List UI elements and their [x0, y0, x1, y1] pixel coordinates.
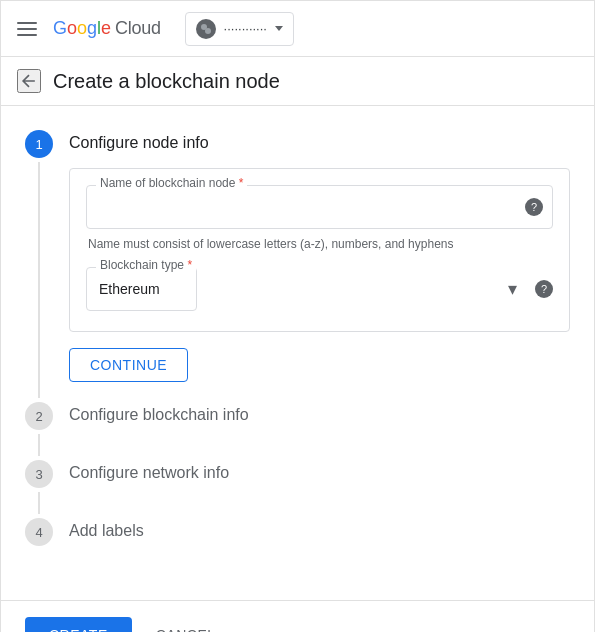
blockchain-type-help-icon[interactable]: ? [535, 280, 553, 298]
required-star: * [239, 176, 244, 190]
step-4-content: Add labels [69, 518, 570, 576]
node-name-help-icon[interactable]: ? [525, 198, 543, 216]
step-1-line [38, 162, 40, 398]
step-2-content: Configure blockchain info [69, 402, 570, 460]
step-1-number: 1 [25, 130, 53, 158]
node-name-input[interactable] [86, 185, 553, 229]
blockchain-type-wrapper: Ethereum ▾ ? [86, 267, 553, 311]
node-name-group: Name of blockchain node * ? [86, 185, 553, 229]
step-2-left: 2 [25, 402, 53, 460]
google-cloud-logo: Google Cloud [53, 18, 161, 39]
svg-point-1 [205, 28, 211, 34]
top-navigation: Google Cloud ············ [1, 1, 594, 57]
step-3-number: 3 [25, 460, 53, 488]
cancel-button[interactable]: CANCEL [148, 617, 224, 632]
cloud-text: Cloud [115, 18, 161, 39]
hamburger-menu-icon[interactable] [17, 22, 37, 36]
blockchain-type-group: Blockchain type * Ethereum ▾ ? [86, 267, 553, 311]
step-1-form: Name of blockchain node * ? Name must co… [69, 168, 570, 332]
project-selector[interactable]: ············ [185, 12, 294, 46]
page-title: Create a blockchain node [53, 70, 280, 93]
step-2-number: 2 [25, 402, 53, 430]
step-3-title: Configure network info [69, 460, 570, 482]
step-3-left: 3 [25, 460, 53, 518]
node-name-hint: Name must consist of lowercase letters (… [86, 237, 553, 251]
step-3-line [38, 492, 40, 514]
bottom-actions: CREATE CANCEL [1, 600, 594, 632]
chevron-down-icon [275, 26, 283, 31]
step-3: 3 Configure network info [25, 460, 570, 518]
continue-button[interactable]: CONTINUE [69, 348, 188, 382]
back-button[interactable] [17, 69, 41, 93]
project-avatar [196, 19, 216, 39]
step-2: 2 Configure blockchain info [25, 402, 570, 460]
step-1-left: 1 [25, 130, 53, 402]
step-4-left: 4 [25, 518, 53, 576]
step-4: 4 Add labels [25, 518, 570, 576]
step-1-title: Configure node info [69, 130, 570, 152]
blockchain-type-select-container: Ethereum ▾ [86, 267, 527, 311]
step-4-title: Add labels [69, 518, 570, 540]
blockchain-type-label: Blockchain type * [96, 258, 196, 272]
main-content: 1 Configure node info Name of blockchain… [1, 106, 594, 592]
step-3-content: Configure network info [69, 460, 570, 518]
step-4-number: 4 [25, 518, 53, 546]
node-name-label: Name of blockchain node * [96, 176, 247, 190]
step-2-title: Configure blockchain info [69, 402, 570, 424]
create-button[interactable]: CREATE [25, 617, 132, 632]
project-name-text: ············ [224, 21, 267, 36]
steps-container: 1 Configure node info Name of blockchain… [25, 130, 570, 576]
blockchain-type-select[interactable]: Ethereum [86, 267, 197, 311]
step-1-content: Configure node info Name of blockchain n… [69, 130, 570, 402]
page-header: Create a blockchain node [1, 57, 594, 106]
step-2-line [38, 434, 40, 456]
select-arrow-icon: ▾ [508, 278, 517, 300]
step-1: 1 Configure node info Name of blockchain… [25, 130, 570, 402]
